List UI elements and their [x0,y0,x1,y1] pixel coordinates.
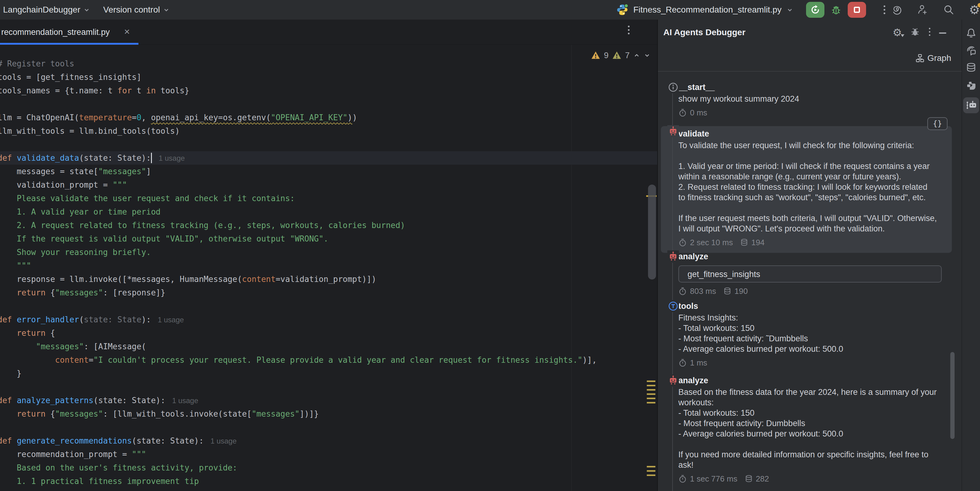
entry-duration: 803 ms [690,286,716,296]
stripe-warning-mark [647,398,655,399]
toolbar-right-icons: ⚙ [891,0,980,20]
search-everywhere-button[interactable] [942,3,956,16]
ai-chat-button[interactable] [962,42,980,58]
weak-warning-count: 7 [625,51,630,60]
trace-entry-analyze-2[interactable]: analyze Based on the fitness data for th… [658,375,962,484]
rerun-icon [810,4,821,15]
previous-issue-button[interactable] [633,52,640,59]
code-with-me-button[interactable] [916,3,930,16]
graph-button[interactable]: Graph [916,51,951,65]
ai-agents-debugger-panel: AI Agents Debugger ⚙ [657,20,962,491]
stripe-warning-mark [647,466,655,467]
more-run-options-button[interactable] [878,3,891,16]
entry-duration: 1 sec 776 ms [690,474,737,484]
right-tool-strip [962,20,980,491]
info-icon [667,81,679,93]
panel-minimize-button[interactable] [939,30,946,35]
entry-title: analyze [658,375,962,386]
chevron-down-icon[interactable] [786,6,793,13]
rerun-button[interactable] [806,2,824,18]
entry-tokens: 194 [751,238,764,247]
code-editor[interactable]: # Register toolstools = [get_fitness_ins… [0,45,657,491]
python-icon [616,4,628,16]
panel-options-button[interactable] [928,27,931,38]
plugins-button[interactable] [962,78,980,94]
entry-body: Fitness Insights:- Total workouts: 150- … [658,313,962,354]
kebab-menu-icon [883,5,886,15]
stripe-warning-mark [647,475,655,476]
agent-debugger-icon [965,100,977,111]
panel-title: AI Agents Debugger [663,20,745,45]
show-raw-json-button[interactable]: {} [928,117,948,130]
entry-title: analyze [658,251,962,262]
plugin-icon [966,81,976,91]
ai-assistant-button[interactable] [891,3,904,16]
debug-button[interactable] [829,3,843,16]
main-toolbar: LangchainDebugger Version control Fitnes… [0,0,980,20]
run-config-name[interactable]: Fitness_Recommendation_streamlit.py [633,5,781,15]
panel-settings-button[interactable]: ⚙ [893,27,902,38]
entry-footer: 1 ms [678,358,962,368]
tab-close-icon[interactable]: × [124,20,130,45]
tab-options-button[interactable] [627,25,630,36]
notifications-button[interactable] [962,25,980,41]
stripe-warning-mark [647,385,655,386]
next-issue-button[interactable] [644,52,651,59]
trace-entry-analyze-1[interactable]: analyze get_fitness_insights 803 ms 190 [658,251,962,296]
minimize-icon [939,32,946,34]
add-user-icon [917,4,929,16]
project-name: LangchainDebugger [3,5,80,15]
entry-tokens: 190 [734,286,748,296]
panel-scrollbar-thumb[interactable] [950,352,955,439]
database-icon [966,62,977,73]
inspections-widget[interactable]: 9 7 [591,48,651,62]
tokens-icon [745,475,753,483]
entry-footer: 2 sec 10 ms 194 [678,238,945,247]
entry-duration: 0 ms [690,108,707,118]
stop-button[interactable] [848,2,866,18]
panel-debug-button[interactable] [910,27,920,38]
project-widget[interactable]: LangchainDebugger [3,0,90,20]
entry-footer: 0 ms [678,108,962,118]
stripe-warning-mark [647,380,655,382]
trace-entry-start[interactable]: __start__ show my workout summary 2024 0… [658,82,962,118]
ai-chat-icon [966,45,977,56]
trace-entry-tools[interactable]: tools Fitness Insights:- Total workouts:… [658,301,962,368]
entry-title: tools [658,301,962,311]
tab-recommendation-streamlit[interactable]: recommendation_streamlit.py × [0,20,138,45]
entry-duration: 1 ms [690,358,707,368]
agent-robot-icon [667,125,679,137]
entry-footer: 1 sec 776 ms 282 [678,474,962,484]
warning-icon [591,51,600,60]
entry-title: __start__ [658,82,962,92]
duration-icon [678,287,687,296]
kebab-menu-icon [627,25,630,35]
run-widget: Fitness_Recommendation_streamlit.py [616,0,891,20]
stripe-warning-mark [647,393,655,395]
entry-tokens: 282 [756,474,769,484]
vcs-widget[interactable]: Version control [103,0,170,20]
graph-icon [916,54,924,62]
weak-warning-icon [612,51,621,60]
tool-call-chip[interactable]: get_fitness_insights [678,265,942,283]
ai-assistant-spiral-icon [891,4,903,16]
ai-agents-debugger-button[interactable] [962,97,980,113]
database-button[interactable] [962,60,980,76]
debug-bug-icon [830,4,842,16]
settings-button[interactable]: ⚙ [968,3,980,16]
agent-trace-list: __start__ show my workout summary 2024 0… [658,71,962,491]
tokens-icon [740,238,748,246]
editor-scrollbar-thumb[interactable] [648,184,656,280]
entry-body: Based on the fitness data for the year 2… [658,387,962,470]
duration-icon [678,108,687,117]
stripe-warning-mark [647,389,655,391]
kebab-menu-icon [928,27,931,37]
chevron-down-icon [901,34,904,37]
tab-label: recommendation_streamlit.py [1,20,110,45]
entry-body: show my workout summary 2024 [658,94,962,104]
trace-connector-line [672,92,673,491]
trace-entry-validate[interactable]: validate To validate the user request, I… [661,126,952,253]
update-badge [978,3,980,7]
code-area[interactable]: # Register toolstools = [get_fitness_ins… [0,45,657,488]
warning-count: 9 [604,51,609,60]
